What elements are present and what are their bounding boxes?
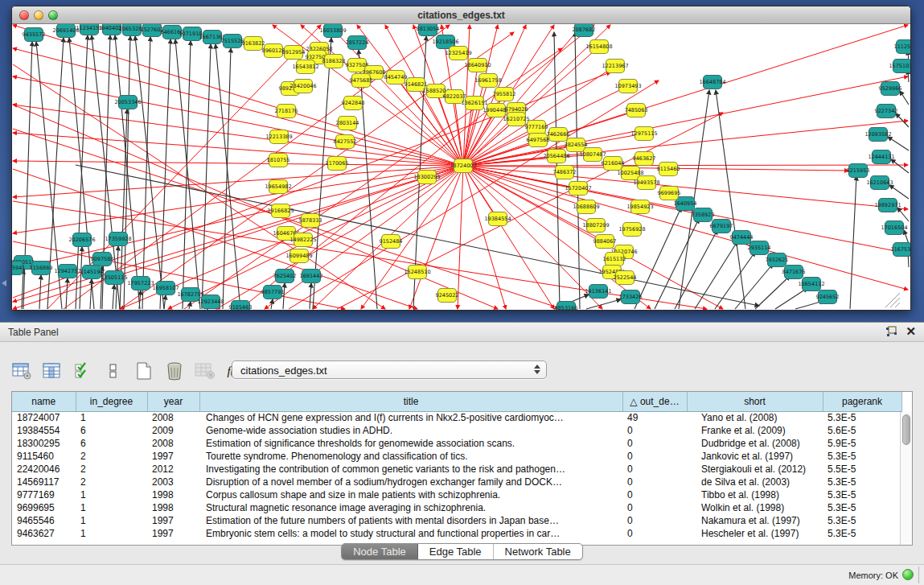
cell-year[interactable]: 1997 (147, 450, 199, 463)
cell-short[interactable]: Jankovic et al. (1997) (687, 450, 823, 463)
cell-pagerank[interactable]: 5.6E-5 (823, 424, 901, 437)
graph-node[interactable]: 8427552 (334, 135, 357, 149)
network-canvas[interactable]: 9435572206914061123415919404021106532871… (12, 24, 910, 310)
cell-outdeg[interactable]: 0 (622, 488, 687, 501)
cell-title[interactable]: Disruption of a novel member of a sodium… (199, 476, 622, 488)
tab-node-table[interactable]: Node Table (342, 544, 418, 559)
graph-node[interactable]: 9853166 (555, 302, 578, 311)
cell-pagerank[interactable]: 5.3E-5 (823, 476, 901, 488)
cell-title[interactable]: Embryonic stem cells: a model to study s… (199, 527, 622, 540)
graph-node[interactable]: 9245022 (436, 289, 459, 303)
graph-node[interactable]: 2718176 (275, 105, 298, 118)
cell-indeg[interactable]: 6 (76, 437, 147, 450)
graph-node[interactable]: 16543812 (292, 60, 318, 74)
cell-indeg[interactable]: 6 (76, 424, 147, 437)
cell-name[interactable]: 9463627 (12, 527, 76, 540)
graph-node[interactable]: 12975115 (630, 127, 657, 141)
cell-indeg[interactable]: 1 (76, 527, 147, 540)
cell-year[interactable]: 1998 (147, 501, 199, 514)
cell-short[interactable]: Tibbo et al. (1998) (687, 488, 823, 501)
cell-short[interactable]: Franke et al. (2009) (687, 424, 823, 437)
cell-name[interactable]: 9699695 (12, 501, 76, 514)
delete-rows-trash-icon[interactable] (164, 360, 185, 381)
graph-node[interactable]: 2087682 (573, 24, 596, 37)
cell-outdeg[interactable]: 0 (622, 450, 687, 463)
graph-node[interactable]: 9152484 (380, 235, 403, 249)
cell-pagerank[interactable]: 5.9E-5 (823, 437, 901, 450)
graph-node[interactable]: 2803144 (336, 117, 359, 130)
graph-node[interactable]: 7932621 (766, 253, 789, 267)
cell-name[interactable]: 18724007 (12, 411, 76, 424)
cell-outdeg[interactable]: 0 (622, 476, 687, 488)
graph-node[interactable]: 18640910 (464, 59, 491, 72)
cell-outdeg[interactable]: 0 (622, 501, 687, 514)
new-table-icon[interactable] (133, 360, 154, 381)
graph-node[interactable]: 14136141 (585, 285, 611, 299)
graph-node[interactable]: 16033809 (319, 24, 346, 38)
table-row[interactable]: 1872400712008Changes of HCN gene express… (12, 411, 901, 424)
graph-node[interactable]: 8215953 (847, 164, 870, 178)
column-header-name[interactable]: name (12, 392, 76, 411)
table-row[interactable]: 946554611997Estimation of the future num… (12, 514, 901, 527)
graph-node[interactable]: 16099489 (285, 249, 312, 263)
graph-node[interactable]: 20053346 (114, 96, 141, 109)
table-row[interactable]: 2242004622012Investigating the contribut… (12, 463, 901, 476)
column-header-title[interactable]: title (199, 392, 622, 411)
graph-node[interactable]: 12213389 (265, 130, 292, 144)
graph-node[interactable]: 9529966 (879, 82, 902, 96)
cell-pagerank[interactable]: 5.3E-5 (823, 501, 901, 514)
graph-node[interactable]: 15751074 (889, 60, 910, 73)
cell-short[interactable]: Stergiakouli et al. (2012) (687, 463, 823, 476)
cell-pagerank[interactable]: 5.3E-5 (823, 527, 901, 540)
graph-node[interactable]: 9105463 (229, 301, 253, 311)
cell-title[interactable]: Corpus callosum shape and size in male p… (199, 488, 622, 501)
graph-node[interactable]: 12942757 (54, 265, 80, 278)
graph-node[interactable]: 12444131 (868, 150, 894, 164)
select-rows-icon[interactable] (72, 360, 93, 381)
graph-node[interactable]: 17359928 (105, 233, 131, 246)
cell-pagerank[interactable]: 5.3E-5 (823, 488, 901, 501)
graph-node[interactable]: 13505115 (101, 271, 127, 285)
cell-title[interactable]: Changes of HCN gene expression and I(f) … (199, 411, 622, 424)
graph-node[interactable]: 7955812 (493, 88, 516, 101)
graph-node[interactable]: 16958107 (152, 282, 179, 295)
graph-node[interactable]: 12325419 (445, 47, 471, 60)
graph-node[interactable]: 10807487 (579, 148, 606, 162)
table-row[interactable]: 911546021997Tourette syndrome. Phenomeno… (12, 450, 901, 463)
cell-name[interactable]: 9465546 (12, 514, 76, 527)
row-height-icon[interactable] (103, 360, 124, 381)
graph-node[interactable]: 5878333 (299, 214, 322, 228)
cell-title[interactable]: Estimation of the future numbers of pati… (199, 514, 622, 527)
graph-node[interactable]: 9097588 (91, 253, 114, 266)
table-row[interactable]: 977716911998Corpus callosum shape and si… (12, 488, 901, 501)
cell-name[interactable]: 14569117 (12, 476, 76, 488)
cell-indeg[interactable]: 2 (76, 476, 147, 488)
graph-node[interactable]: 1170065 (326, 157, 349, 171)
graph-node[interactable]: 1167533 (891, 243, 910, 257)
float-panel-icon[interactable] (885, 326, 897, 337)
table-row[interactable]: 1456911722003Disruption of a novel membe… (12, 476, 901, 488)
graph-node[interactable]: 1615132 (603, 253, 626, 266)
show-columns-icon[interactable] (42, 360, 63, 381)
graph-node[interactable]: 9699695 (658, 187, 681, 200)
cell-indeg[interactable]: 2 (76, 450, 147, 463)
cell-title[interactable]: Genome-wide association studies in ADHD. (199, 424, 622, 437)
graph-node[interactable]: 2935114 (748, 241, 771, 255)
graph-node[interactable]: 12923448 (197, 295, 224, 309)
graph-node[interactable]: 9475685 (350, 74, 373, 88)
graph-node[interactable]: 9245652 (816, 290, 840, 304)
cell-outdeg[interactable]: 0 (622, 437, 687, 450)
cell-outdeg[interactable]: 0 (622, 514, 687, 527)
graph-node[interactable]: 16961758 (474, 74, 501, 88)
cell-year[interactable]: 2008 (147, 437, 199, 450)
graph-node[interactable]: 10654112 (798, 278, 824, 291)
graph-node[interactable]: 8186328 (322, 55, 346, 68)
graph-node[interactable]: 18300295 (413, 171, 440, 184)
network-window-titlebar[interactable]: citations_edges.txt (12, 6, 910, 24)
tab-network-table[interactable]: Network Table (494, 544, 582, 559)
graph-node[interactable]: 1691442 (300, 270, 323, 283)
graph-node[interactable]: 9435572 (23, 28, 46, 42)
graph-node[interactable]: 10973493 (614, 80, 641, 93)
graph-node[interactable]: 9884067 (593, 235, 617, 249)
graph-node[interactable]: 7485063 (625, 104, 648, 117)
